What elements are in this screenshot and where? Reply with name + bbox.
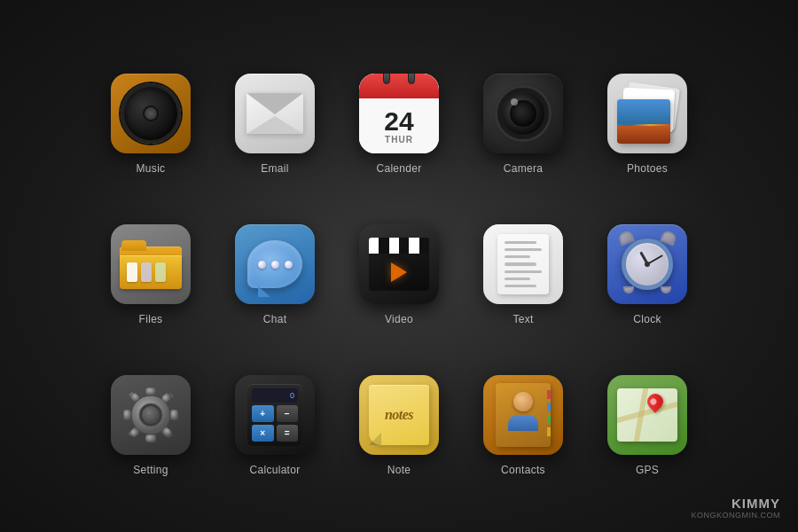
- chat-dot-3: [285, 261, 293, 269]
- folder-doc-3: [155, 262, 166, 282]
- text-line-5: [505, 270, 542, 273]
- photo-front: [617, 99, 670, 144]
- setting-icon: [111, 375, 191, 455]
- alarm-clock: [622, 239, 673, 290]
- app-chat[interactable]: Chat: [217, 191, 332, 341]
- app-music[interactable]: Music: [93, 40, 208, 191]
- calendar-rings: [383, 74, 415, 84]
- gps-icon: [607, 375, 687, 455]
- pin-head: [644, 390, 666, 412]
- text-line-1: [505, 241, 536, 244]
- clock-label: Clock: [633, 313, 661, 325]
- calendar-icon-wrapper: 24 THUR: [359, 74, 439, 153]
- stripe3: [389, 238, 399, 254]
- calendar-day: THUR: [385, 135, 413, 145]
- photos-icon: [607, 74, 687, 153]
- camera-label: Camera: [504, 162, 543, 175]
- calendar-icon: 24 THUR: [359, 74, 439, 153]
- folder-front: [120, 255, 182, 289]
- app-clock[interactable]: Clock: [590, 191, 705, 341]
- watermark: KIMMY KONGKONGMIN.COM: [691, 496, 780, 520]
- clock-foot-left: [623, 286, 634, 293]
- contacts-icon: [483, 375, 563, 455]
- note-icon: notes: [359, 375, 439, 455]
- clock-face: [622, 239, 673, 290]
- stripe4: [399, 238, 409, 254]
- app-calendar[interactable]: 24 THUR Calender: [341, 40, 457, 191]
- photos-label: Photoes: [627, 162, 668, 175]
- svg-rect-6: [170, 410, 178, 420]
- svg-point-2: [142, 406, 160, 424]
- video-label: Video: [385, 313, 413, 325]
- stripe2: [379, 238, 388, 254]
- clock-center: [645, 262, 650, 267]
- stripe5: [409, 238, 419, 254]
- notepad: [497, 234, 549, 294]
- calendar-body: 24 THUR: [359, 98, 439, 153]
- book-tab-3: [547, 415, 551, 424]
- photos-icon-wrapper: [607, 74, 687, 153]
- setting-label: Setting: [133, 464, 168, 476]
- folder-doc-1: [127, 262, 137, 282]
- app-setting[interactable]: Setting: [93, 341, 208, 492]
- video-icon-wrapper: [359, 224, 439, 304]
- clock-icon-wrapper: [607, 224, 687, 304]
- folder-tab: [121, 240, 146, 251]
- calc-body: 0 + − × =: [247, 384, 302, 446]
- app-files[interactable]: Files: [93, 191, 208, 341]
- svg-rect-5: [123, 410, 131, 420]
- app-camera[interactable]: Camera: [466, 40, 581, 191]
- text-line-2: [505, 248, 542, 251]
- calc-display: 0: [252, 388, 298, 403]
- watermark-name: KIMMY: [691, 496, 780, 511]
- chat-dot-2: [271, 261, 279, 269]
- chat-dot-1: [258, 261, 266, 269]
- calc-buttons: + − × =: [252, 405, 298, 442]
- clock-feet: [623, 286, 671, 293]
- play-button: [391, 262, 407, 282]
- folder: [120, 240, 182, 289]
- calc-btn-multiply: ×: [252, 425, 274, 442]
- music-icon-wrapper: [111, 74, 191, 153]
- text-label: Text: [512, 313, 533, 325]
- svg-rect-3: [145, 387, 156, 395]
- app-video[interactable]: Video: [341, 191, 457, 341]
- text-icon: [483, 224, 563, 304]
- book-tab-4: [547, 427, 551, 436]
- video-icon: [359, 224, 439, 304]
- note-icon-wrapper: notes: [359, 375, 439, 455]
- calculator-label: Calculator: [249, 464, 300, 476]
- camera-icon: [483, 74, 563, 153]
- app-photos[interactable]: Photoes: [590, 40, 705, 191]
- app-text[interactable]: Text: [466, 191, 581, 341]
- app-grid: Music Email 24 THUR: [93, 40, 705, 492]
- app-note[interactable]: notes Note: [341, 341, 457, 492]
- chat-label: Chat: [263, 313, 287, 325]
- text-line-4: [505, 262, 536, 265]
- calendar-label: Calender: [376, 162, 421, 175]
- gear-svg: [121, 386, 180, 444]
- camera-lens: [497, 88, 549, 139]
- map-pin: [647, 394, 663, 410]
- clock-foot-right: [661, 286, 671, 293]
- text-line-6: [505, 278, 530, 280]
- book-tab-1: [547, 390, 551, 399]
- music-icon: [111, 74, 191, 153]
- chat-icon: [235, 224, 315, 304]
- calc-btn-divide: =: [277, 425, 299, 442]
- email-label: Email: [261, 162, 289, 175]
- app-gps[interactable]: GPS: [590, 341, 705, 492]
- clap-top: [369, 238, 429, 254]
- email-icon: [235, 74, 315, 153]
- folder-docs: [127, 262, 166, 282]
- app-email[interactable]: Email: [217, 40, 332, 191]
- music-label: Music: [137, 162, 166, 175]
- calculator-icon-wrapper: 0 + − × =: [235, 375, 315, 455]
- app-contacts[interactable]: Contacts: [466, 341, 581, 492]
- contacts-icon-wrapper: [483, 375, 563, 455]
- setting-icon-wrapper: [111, 375, 191, 455]
- app-calculator[interactable]: 0 + − × = Calculator: [217, 341, 332, 492]
- calendar-ring-right: [408, 74, 415, 84]
- stripe1: [369, 238, 379, 254]
- text-line-7: [505, 285, 536, 287]
